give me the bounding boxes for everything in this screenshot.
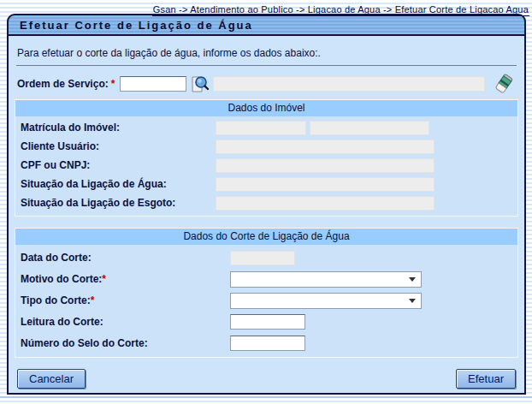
data-corte-label: Data do Corte: [21, 252, 230, 264]
cpf-cnpj-row: CPF ou CNPJ: [15, 157, 517, 173]
chevron-down-icon [409, 299, 416, 303]
bottom-divider [0, 396, 532, 398]
motivo-corte-select[interactable] [230, 271, 422, 288]
leitura-corte-row: Leitura do Corte: [15, 313, 517, 330]
situacao-agua-label: Situação da Ligação de Água: [21, 178, 216, 190]
situacao-esgoto-value [216, 196, 434, 211]
motivo-corte-label: Motivo do Corte:* [21, 273, 230, 285]
page-title: Efetuar Corte de Ligação de Água [20, 19, 253, 32]
ordem-servico-label-text: Ordem de Serviço: [17, 78, 109, 90]
required-marker: * [111, 78, 115, 90]
chevron-down-icon [409, 277, 416, 282]
situacao-esgoto-label: Situação da Ligação de Esgoto: [21, 197, 216, 209]
leitura-corte-input[interactable] [230, 314, 305, 330]
breadcrumb-bar: Gsan -> Atendimento ao Publico -> Ligaca… [0, 0, 532, 13]
motivo-corte-label-text: Motivo do Corte: [21, 273, 102, 285]
breadcrumb[interactable]: Gsan -> Atendimento ao Publico -> Ligaca… [152, 4, 529, 16]
tipo-corte-select[interactable] [230, 293, 422, 309]
required-marker: * [91, 294, 95, 306]
matricula-value-1 [216, 121, 306, 135]
motivo-corte-row: Motivo do Corte:* [15, 270, 517, 288]
ordem-servico-input[interactable] [120, 76, 186, 92]
tipo-corte-label: Tipo do Corte:* [21, 294, 230, 306]
buttons-row: Cancelar Efetuar [17, 369, 516, 389]
submit-button[interactable]: Efetuar [456, 369, 516, 389]
section-dados-imovel-header: Dados do Imóvel [15, 100, 517, 116]
intro-text: Para efetuar o corte da ligação de água,… [9, 36, 524, 65]
matricula-value-2 [310, 121, 429, 135]
leitura-corte-label: Leitura do Corte: [21, 316, 230, 328]
ordem-servico-label: Ordem de Serviço:* [17, 78, 115, 90]
cliente-usuario-row: Cliente Usuário: [15, 139, 517, 154]
data-corte-value [230, 251, 295, 265]
required-marker: * [102, 273, 106, 285]
eraser-icon[interactable] [494, 73, 514, 95]
section-dados-corte: Dados do Corte de Ligação de Água Data d… [15, 228, 518, 358]
section-dados-corte-header: Dados do Corte de Ligação de Água [15, 229, 517, 245]
data-corte-row: Data do Corte: [15, 249, 517, 266]
situacao-agua-row: Situação da Ligação de Água: [15, 176, 517, 192]
page-title-tab: Efetuar Corte de Ligação de Água [7, 14, 526, 36]
ordem-servico-display [213, 76, 485, 92]
selo-corte-row: Número do Selo do Corte: [15, 335, 517, 352]
divider [16, 65, 517, 66]
main-frame: Efetuar Corte de Ligação de Água Para ef… [7, 14, 526, 395]
selo-corte-label: Número do Selo do Corte: [21, 337, 230, 349]
situacao-esgoto-row: Situação da Ligação de Esgoto: [15, 195, 517, 211]
matricula-label: Matrícula do Imóvel: [21, 122, 216, 134]
matricula-row: Matrícula do Imóvel: [15, 120, 517, 135]
form-body: Para efetuar o corte da ligação de água,… [7, 36, 526, 395]
cancel-button[interactable]: Cancelar [17, 369, 86, 389]
section-dados-imovel: Dados do Imóvel Matrícula do Imóvel: Cli… [15, 99, 518, 217]
tipo-corte-label-text: Tipo do Corte: [21, 294, 91, 306]
cpf-cnpj-label: CPF ou CNPJ: [21, 159, 216, 171]
cliente-usuario-label: Cliente Usuário: [21, 140, 216, 152]
situacao-agua-value [216, 177, 434, 192]
ordem-servico-row: Ordem de Serviço:* [17, 74, 516, 94]
cpf-cnpj-value [216, 158, 434, 173]
document-search-icon[interactable] [190, 74, 210, 94]
cliente-usuario-value [216, 140, 434, 154]
selo-corte-input[interactable] [230, 336, 305, 351]
tipo-corte-row: Tipo do Corte:* [15, 292, 517, 309]
